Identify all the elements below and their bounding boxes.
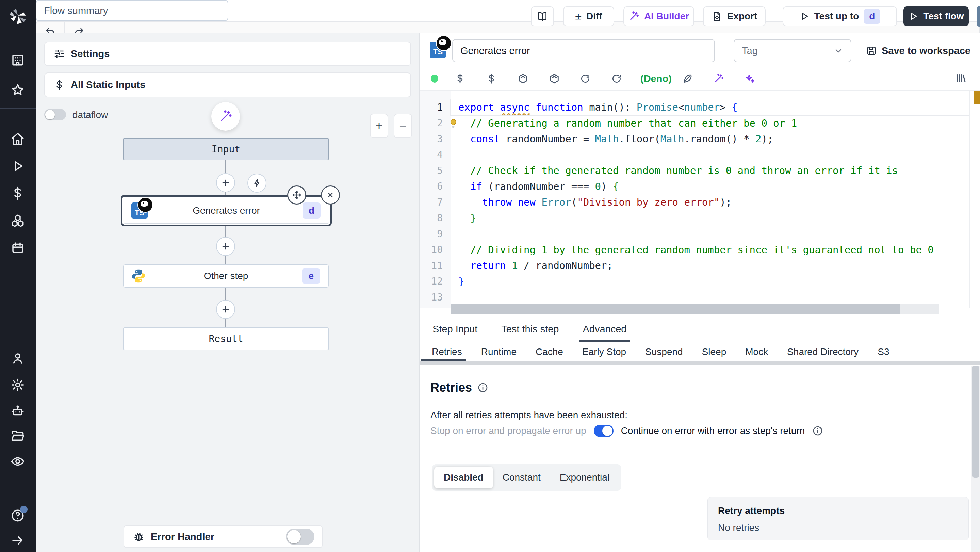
subtab-s3[interactable]: S3 — [876, 343, 891, 361]
tab-advanced[interactable]: Advanced — [581, 317, 628, 342]
step-node-label: Generates error — [192, 205, 260, 216]
warning-overview-marker — [974, 91, 980, 104]
package-icon[interactable] — [517, 73, 549, 84]
save-to-workspace-button[interactable]: Save to workspace — [866, 39, 970, 62]
error-handler-toggle[interactable] — [286, 528, 314, 545]
docs-book-button[interactable] — [531, 6, 554, 26]
step-node-other-step[interactable]: Other step e — [123, 264, 329, 288]
resources-boxes-icon[interactable] — [11, 213, 25, 227]
file-export-icon — [711, 11, 722, 22]
deno-runtime-label[interactable]: (Deno) — [640, 73, 672, 84]
test-up-to-button[interactable]: Test up to d — [783, 6, 897, 26]
collapse-arrow-right-icon[interactable] — [11, 533, 25, 547]
code-line-5: // Check if the generated random number … — [451, 163, 970, 179]
subtab-sleep[interactable]: Sleep — [701, 343, 728, 361]
subtab-suspend[interactable]: Suspend — [644, 343, 684, 361]
step-name-input[interactable]: Generates error — [452, 39, 715, 62]
home-icon[interactable] — [11, 132, 25, 146]
lightbulb-icon[interactable] — [448, 118, 458, 129]
editor-horizontal-scrollbar[interactable] — [451, 304, 939, 314]
schedules-calendar-icon[interactable] — [11, 240, 25, 255]
runs-play-icon[interactable] — [11, 159, 25, 173]
edge-button-sliver[interactable] — [977, 6, 980, 27]
refresh-icon[interactable] — [580, 73, 611, 84]
workspace-building-icon[interactable] — [11, 52, 25, 67]
line-number: 3 — [420, 131, 451, 147]
retry-mode-segmented-control: DisabledConstantExponential — [432, 464, 621, 491]
test-flow-label: Test flow — [923, 11, 964, 22]
tag-select[interactable]: Tag — [733, 39, 851, 62]
subtab-shared-directory[interactable]: Shared Directory — [786, 343, 860, 361]
add-step-button[interactable] — [216, 300, 235, 319]
tab-step-input[interactable]: Step Input — [430, 317, 479, 342]
code-editor[interactable]: 12345678910111213 export async function … — [420, 90, 980, 317]
flow-summary-input[interactable]: Flow summary — [36, 0, 228, 21]
editor-code-lines: export async function main(): Promise<nu… — [451, 99, 970, 305]
ai-flow-wand-button[interactable] — [211, 102, 240, 131]
tab-test-this-step[interactable]: Test this step — [499, 317, 561, 342]
code-line-12: } — [451, 274, 970, 290]
delete-step-button[interactable] — [321, 186, 340, 205]
dataflow-toggle[interactable] — [44, 109, 66, 121]
subtab-early-stop[interactable]: Early Stop — [581, 343, 627, 361]
windmill-logo-icon[interactable] — [8, 7, 27, 26]
retry-mode-disabled[interactable]: Disabled — [434, 466, 493, 488]
error-behavior-toggle-row: Stop on error and propagate error up Con… — [430, 425, 823, 437]
plus-icon — [221, 305, 231, 314]
export-button[interactable]: Export — [703, 6, 765, 26]
step-id-badge: e — [302, 268, 320, 284]
chevron-down-icon — [834, 46, 843, 56]
subtab-retries[interactable]: Retries — [430, 343, 463, 361]
diff-label: Diff — [586, 11, 602, 22]
result-node[interactable]: Result — [123, 328, 329, 350]
zoom-in-button[interactable]: + — [370, 114, 388, 138]
ai-wand-icon[interactable] — [713, 73, 745, 84]
folders-icon[interactable] — [11, 429, 25, 443]
sparkles-icon[interactable] — [745, 73, 776, 84]
step-lang-icon: TS — [430, 41, 446, 58]
advanced-subtabs: RetriesRuntimeCacheEarly StopSuspendSlee… — [420, 343, 980, 361]
subtab-mock[interactable]: Mock — [744, 343, 769, 361]
app-sidebar — [0, 0, 36, 552]
retry-mode-exponential[interactable]: Exponential — [550, 466, 619, 488]
subtabs-scrollbar[interactable] — [420, 361, 980, 365]
code-line-10: // Dividing 1 by the generated random nu… — [451, 242, 970, 258]
subtab-cache[interactable]: Cache — [534, 343, 565, 361]
variables-dollar-icon[interactable] — [486, 73, 517, 84]
workers-robot-icon[interactable] — [11, 404, 25, 418]
test-flow-button[interactable]: Test flow — [904, 6, 969, 26]
audit-eye-icon[interactable] — [11, 454, 25, 469]
feather-format-icon[interactable] — [682, 73, 713, 84]
flow-settings-row[interactable]: Settings — [44, 41, 411, 66]
python-icon — [130, 268, 146, 284]
variables-dollar-icon[interactable] — [11, 186, 25, 200]
error-handler-row[interactable]: Error Handler — [124, 525, 323, 548]
all-static-inputs-row[interactable]: All Static Inputs — [44, 73, 411, 97]
flow-graph-panel: Settings All Static Inputs dataflow + − … — [36, 33, 420, 552]
panel-vertical-scrollbar[interactable] — [971, 366, 980, 552]
add-step-button[interactable] — [216, 237, 235, 256]
info-icon[interactable] — [477, 382, 488, 393]
library-panel-icon[interactable] — [955, 72, 967, 84]
add-step-button[interactable] — [216, 173, 235, 192]
favorites-star-icon[interactable] — [11, 83, 25, 97]
add-trigger-button[interactable] — [247, 173, 266, 192]
continue-on-error-toggle[interactable] — [594, 425, 614, 437]
line-number: 5 — [420, 163, 451, 179]
code-line-4 — [451, 147, 970, 163]
refresh-icon[interactable] — [611, 73, 643, 84]
zoom-out-button[interactable]: − — [394, 114, 412, 138]
assets-dollar-icon[interactable] — [455, 73, 486, 84]
settings-gear-icon[interactable] — [11, 378, 25, 392]
diff-button[interactable]: ± Diff — [563, 6, 614, 26]
retry-mode-constant[interactable]: Constant — [493, 466, 550, 488]
ai-builder-button[interactable]: AI Builder — [624, 6, 694, 26]
info-icon[interactable] — [812, 425, 823, 436]
subtab-runtime[interactable]: Runtime — [480, 343, 518, 361]
input-node[interactable]: Input — [123, 138, 329, 160]
user-icon[interactable] — [11, 351, 25, 366]
bug-icon — [133, 531, 145, 542]
package-icon[interactable] — [549, 73, 580, 84]
move-step-button[interactable] — [287, 186, 306, 205]
help-icon[interactable] — [11, 508, 25, 523]
